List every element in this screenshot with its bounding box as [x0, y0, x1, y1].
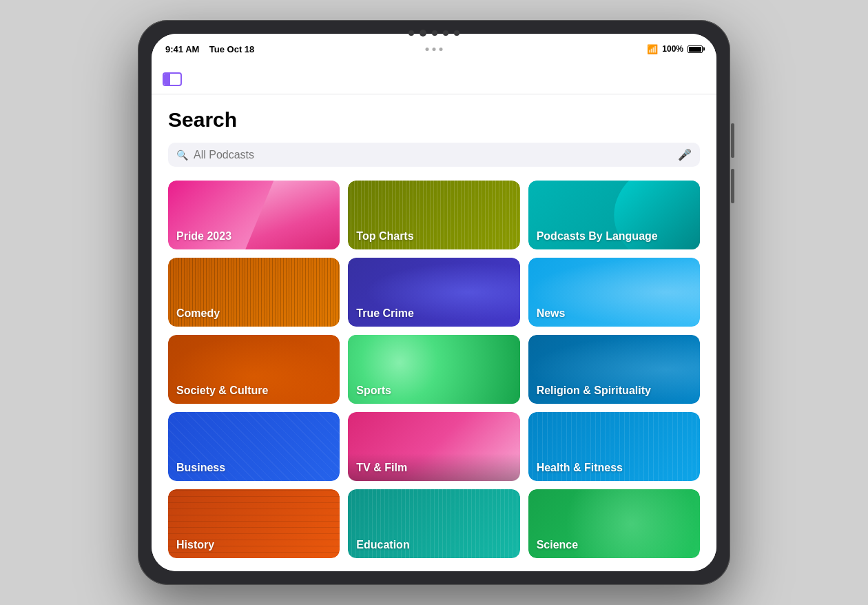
card-label-tvfilm: TV & Film — [356, 462, 407, 474]
volume-up-button[interactable] — [731, 123, 734, 158]
category-card-history[interactable]: History — [168, 489, 340, 558]
category-card-health[interactable]: Health & Fitness — [528, 412, 700, 481]
card-label-sports: Sports — [356, 384, 391, 397]
search-bar[interactable]: 🔍 🎤 — [168, 143, 700, 167]
card-label-pride: Pride 2023 — [176, 230, 231, 243]
card-label-language: Podcasts By Language — [537, 230, 658, 243]
sidebar-toggle-right — [170, 74, 180, 85]
card-label-business: Business — [176, 462, 225, 474]
category-card-pride[interactable]: Pride 2023 — [168, 181, 340, 249]
category-card-science[interactable]: Science — [528, 489, 700, 558]
sidebar-toggle-left — [164, 74, 170, 85]
page-title: Search — [168, 108, 700, 132]
battery-percent: 100% — [662, 44, 683, 54]
status-bar: 9:41 AM Tue Oct 18 📶 100% — [152, 34, 716, 64]
main-content: Search 🔍 🎤 Pride 2023Top ChartsPodcasts … — [152, 94, 716, 571]
camera-dot — [409, 30, 414, 36]
status-time: 9:41 AM Tue Oct 18 — [165, 44, 254, 54]
category-card-sports[interactable]: Sports — [348, 335, 519, 404]
camera-dot-3 — [443, 30, 448, 36]
card-label-society: Society & Culture — [176, 384, 268, 397]
category-card-tvfilm[interactable]: TV & Film — [348, 412, 519, 481]
card-label-religion: Religion & Spirituality — [537, 384, 651, 397]
camera-dot-4 — [454, 30, 459, 36]
screen: 9:41 AM Tue Oct 18 📶 100% — [152, 34, 716, 571]
category-card-business[interactable]: Business — [168, 412, 340, 481]
ipad-device: 9:41 AM Tue Oct 18 📶 100% — [138, 20, 730, 585]
date-display: Tue Oct 18 — [209, 44, 255, 54]
status-dot-2 — [433, 48, 436, 51]
side-buttons — [731, 123, 734, 203]
category-card-news[interactable]: News — [528, 258, 700, 327]
card-label-topcharts: Top Charts — [356, 230, 413, 243]
search-container: 🔍 🎤 — [168, 143, 700, 167]
search-icon: 🔍 — [176, 150, 188, 161]
camera-dot-2 — [432, 30, 437, 36]
category-card-religion[interactable]: Religion & Spirituality — [528, 335, 700, 404]
category-card-language[interactable]: Podcasts By Language — [528, 181, 700, 249]
volume-down-button[interactable] — [731, 169, 734, 203]
status-dot-1 — [426, 48, 429, 51]
card-label-health: Health & Fitness — [537, 462, 623, 474]
card-label-science: Science — [537, 539, 578, 551]
status-right: 📶 100% — [647, 44, 703, 54]
category-card-society[interactable]: Society & Culture — [168, 335, 340, 404]
status-center-dots — [426, 48, 443, 51]
card-label-history: History — [176, 539, 214, 551]
time-display: 9:41 AM — [165, 44, 199, 54]
category-grid: Pride 2023Top ChartsPodcasts By Language… — [168, 181, 700, 558]
camera-lens — [420, 30, 426, 37]
toolbar — [152, 64, 716, 94]
battery-fill — [689, 47, 701, 52]
wifi-icon: 📶 — [647, 44, 658, 54]
card-label-education: Education — [356, 539, 409, 551]
search-input[interactable] — [194, 149, 672, 161]
microphone-icon[interactable]: 🎤 — [678, 148, 692, 161]
battery-icon — [688, 45, 703, 53]
card-label-truecrime: True Crime — [356, 307, 414, 320]
card-label-news: News — [537, 307, 566, 320]
category-card-topcharts[interactable]: Top Charts — [348, 181, 519, 249]
category-card-comedy[interactable]: Comedy — [168, 258, 340, 327]
camera-bar — [409, 30, 459, 37]
status-dot-3 — [440, 48, 443, 51]
category-card-truecrime[interactable]: True Crime — [348, 258, 519, 327]
sidebar-toggle-button[interactable] — [163, 72, 182, 86]
category-card-education[interactable]: Education — [348, 489, 519, 558]
card-label-comedy: Comedy — [176, 307, 220, 320]
